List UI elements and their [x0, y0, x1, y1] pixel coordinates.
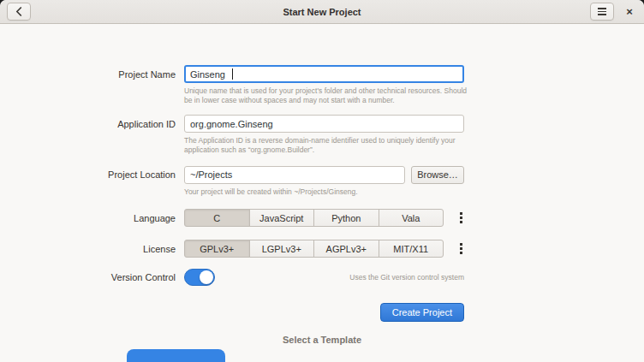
language-more-menu-kebab-icon[interactable]: [458, 211, 464, 225]
back-button[interactable]: [7, 3, 31, 21]
headerbar: Start New Project ×: [0, 0, 644, 24]
text-caret: [232, 68, 233, 80]
language-option-c[interactable]: C: [184, 209, 250, 227]
license-option-lgplv3[interactable]: LGPLv3+: [249, 240, 315, 258]
new-project-form: Project Name Unique name that is used fo…: [0, 24, 644, 345]
create-project-row: Create Project: [184, 303, 464, 322]
license-row: License GPLv3+ LGPLv3+ AGPLv3+ MIT/X11: [0, 240, 644, 258]
license-option-gplv3[interactable]: GPLv3+: [184, 240, 250, 258]
create-project-button[interactable]: Create Project: [380, 303, 464, 322]
language-option-python[interactable]: Python: [313, 209, 379, 227]
project-name-input[interactable]: [184, 65, 464, 83]
license-button-group: GPLv3+ LGPLv3+ AGPLv3+ MIT/X11: [184, 240, 444, 258]
language-button-group: C JavaScript Python Vala: [184, 209, 444, 227]
selected-template-card[interactable]: [127, 349, 225, 362]
language-option-vala[interactable]: Vala: [379, 209, 444, 227]
browse-button[interactable]: Browse…: [411, 166, 464, 184]
license-more-menu-kebab-icon[interactable]: [458, 241, 464, 256]
license-label: License: [0, 244, 176, 254]
language-option-javascript[interactable]: JavaScript: [249, 209, 315, 227]
license-option-agplv3[interactable]: AGPLv3+: [313, 240, 379, 258]
version-control-row: Version Control Uses the Git version con…: [0, 269, 644, 286]
project-name-help-text: Unique name that is used for your projec…: [184, 86, 468, 104]
project-name-label: Project Name: [0, 69, 176, 80]
license-option-mitx11[interactable]: MIT/X11: [379, 240, 444, 258]
project-location-help-text: Your project will be created within ~/Pr…: [184, 187, 468, 197]
version-control-note: Uses the Git version control system: [349, 273, 464, 282]
version-control-label: Version Control: [0, 272, 176, 282]
application-id-label: Application ID: [0, 119, 176, 129]
toggle-knob: [200, 270, 213, 284]
menu-button[interactable]: [590, 3, 614, 21]
header-right-controls: ×: [590, 3, 637, 21]
application-id-row: Application ID: [0, 115, 644, 133]
window-close-icon: ×: [626, 5, 633, 18]
application-id-input[interactable]: [184, 115, 464, 133]
window-title: Start New Project: [283, 7, 361, 17]
project-location-row: Project Location Browse…: [0, 166, 644, 184]
project-location-input[interactable]: [184, 166, 405, 184]
project-name-row: Project Name: [0, 65, 644, 83]
language-label: Language: [0, 213, 176, 223]
hamburger-icon: [598, 8, 606, 15]
application-id-help-text: The Application ID is a reverse domain-n…: [184, 136, 468, 154]
template-section-heading: Select a Template: [0, 335, 644, 345]
project-name-input-wrap: [184, 65, 464, 83]
close-button[interactable]: ×: [622, 4, 637, 20]
version-control-toggle[interactable]: [184, 269, 215, 286]
chevron-left-icon: [15, 7, 22, 16]
project-location-label: Project Location: [0, 169, 176, 180]
start-new-project-window: Start New Project × Project Name Unique …: [0, 0, 644, 362]
language-row: Language C JavaScript Python Vala: [0, 209, 644, 227]
